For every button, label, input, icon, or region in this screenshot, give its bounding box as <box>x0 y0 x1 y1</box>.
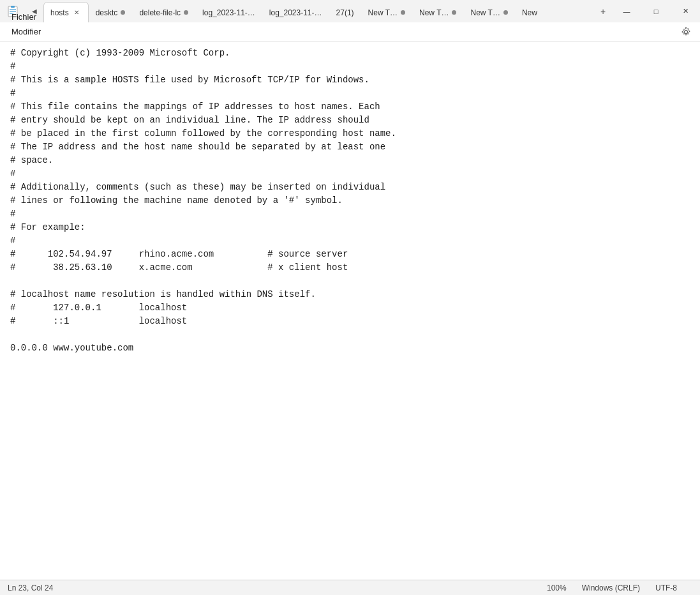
svg-rect-1 <box>11 6 15 8</box>
tab-label-27_1: 27(1) <box>336 8 354 17</box>
tab-label-new: New <box>522 8 537 17</box>
tab-new[interactable]: New <box>515 2 544 22</box>
new-tab-button[interactable]: + <box>594 1 612 22</box>
tab-dot-new_t1 <box>401 10 405 15</box>
tab-label-log_2023-11-b: log_2023-11-… <box>269 8 322 17</box>
window-controls: — □ ✕ <box>612 0 700 22</box>
tab-label-delete-file-l: delete-file-lc <box>139 8 181 17</box>
tab-hosts[interactable]: hosts✕ <box>43 2 89 22</box>
tab-label-new_t2: New T… <box>419 8 449 17</box>
tab-dot-new_t3 <box>503 10 508 15</box>
editor-content[interactable]: # Copyright (c) 1993-2009 Microsoft Corp… <box>0 47 700 575</box>
tab-close-hosts[interactable]: ✕ <box>71 8 82 18</box>
gear-icon <box>681 27 691 37</box>
line-ending: Windows (CRLF) <box>582 584 640 592</box>
cursor-position: Ln 23, Col 24 <box>8 584 53 592</box>
tab-dot-new_t2 <box>452 10 456 15</box>
menu-bar: FichierModifierAffichage <box>0 22 700 41</box>
tab-label-new_t3: New T… <box>470 8 500 17</box>
tab-delete-file-l[interactable]: delete-file-lc <box>132 2 195 22</box>
tab-desktc[interactable]: desktc <box>89 2 133 22</box>
title-bar: ◀ hosts✕desktcdelete-file-lclog_2023-11-… <box>0 0 700 22</box>
encoding: UTF-8 <box>655 584 677 592</box>
settings-button[interactable] <box>677 23 695 41</box>
minimize-button[interactable]: — <box>612 0 641 22</box>
tab-dot-delete-file-l <box>184 10 188 15</box>
tab-dot-desktc <box>121 10 125 15</box>
tab-27_1[interactable]: 27(1) <box>329 2 361 22</box>
tab-new_t2[interactable]: New T… <box>412 2 463 22</box>
tab-label-hosts: hosts <box>50 8 69 17</box>
menu-item-modifier[interactable]: Modifier <box>5 24 52 39</box>
maximize-button[interactable]: □ <box>641 0 671 22</box>
status-bar: Ln 23, Col 24 100% Windows (CRLF) UTF-8 <box>0 580 700 595</box>
close-button[interactable]: ✕ <box>671 0 700 22</box>
tab-label-log_2023-11-a: log_2023-11-… <box>202 8 255 17</box>
tab-label-desktc: desktc <box>96 8 118 17</box>
tabs-nav: hosts✕desktcdelete-file-lclog_2023-11-…l… <box>43 0 594 22</box>
tab-label-new_t1: New T… <box>368 8 398 17</box>
tab-new_t1[interactable]: New T… <box>361 2 412 22</box>
tab-log_2023-11-a[interactable]: log_2023-11-… <box>195 2 262 22</box>
zoom-level: 100% <box>547 584 567 592</box>
tab-new_t3[interactable]: New T… <box>463 2 514 22</box>
tab-log_2023-11-b[interactable]: log_2023-11-… <box>262 2 329 22</box>
editor-area[interactable]: # Copyright (c) 1993-2009 Microsoft Corp… <box>0 41 700 580</box>
